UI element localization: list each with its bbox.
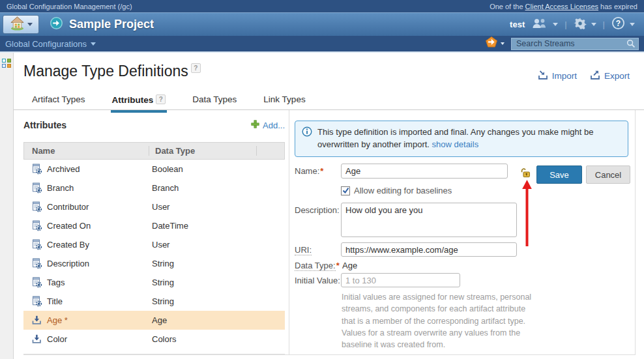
panel-divider xyxy=(289,110,289,355)
global-configurations-menu[interactable]: Global Configurations xyxy=(5,39,96,49)
attribute-row[interactable]: TitleString xyxy=(23,292,285,311)
attribute-icon xyxy=(31,239,42,250)
initial-value-input[interactable] xyxy=(341,273,460,287)
datatype-label-text: Data Type: xyxy=(295,261,336,271)
attribute-datatype: String xyxy=(145,259,174,268)
attribute-row[interactable]: ColorColors xyxy=(23,330,285,349)
attribute-icon xyxy=(31,201,42,212)
baseline-checkbox[interactable] xyxy=(341,186,350,195)
attribute-icon xyxy=(31,220,42,231)
name-input[interactable] xyxy=(341,164,508,179)
app-title: Global Configuration Management (/gc) xyxy=(7,3,132,10)
chevron-down-icon[interactable] xyxy=(501,42,505,45)
attribute-name: Branch xyxy=(42,183,145,193)
attribute-name: Created By xyxy=(42,240,145,250)
chevron-down-icon[interactable] xyxy=(553,23,558,26)
attribute-row[interactable]: ContributorUser xyxy=(23,197,285,216)
main-header-bar: Sample Project test | | ? xyxy=(0,12,644,36)
save-button[interactable]: Save xyxy=(536,165,582,184)
project-header: Sample Project xyxy=(50,16,154,33)
page-content: Manage Type Definitions? Import Expo xyxy=(0,53,644,359)
attributes-table-body: ArchivedBooleanBranchBranchContributorUs… xyxy=(23,160,285,354)
stream-icon[interactable] xyxy=(485,36,498,51)
help-icon[interactable]: ? xyxy=(611,16,625,33)
attribute-name: Description xyxy=(42,259,145,268)
license-suffix: has expired xyxy=(598,3,637,10)
import-button[interactable]: Import xyxy=(538,70,577,82)
attribute-row[interactable]: BranchBranch xyxy=(23,179,285,197)
chevron-down-icon[interactable] xyxy=(591,23,596,26)
attribute-icon xyxy=(31,164,42,175)
attributes-panel: Attributes Add... Name Data Type Archive… xyxy=(23,117,285,354)
home-icon xyxy=(9,15,25,34)
tab-attributes-label: Attributes xyxy=(112,95,154,105)
attribute-row[interactable]: Created ByUser xyxy=(23,235,285,254)
attribute-datatype: DateTime xyxy=(145,221,188,231)
attribute-row[interactable]: Age *Age xyxy=(23,311,285,330)
datatype-value: Age xyxy=(342,261,357,270)
widgets-grid-icon[interactable] xyxy=(2,59,12,68)
settings-gear-icon[interactable] xyxy=(574,17,587,33)
attribute-name: Contributor xyxy=(42,202,145,212)
user-toolbar: test | | ? xyxy=(510,16,644,33)
header-actions: Import Export xyxy=(538,70,630,82)
description-label: Description: xyxy=(295,205,340,215)
baseline-checkbox-label: Allow editing for baselines xyxy=(354,186,452,195)
attribute-icon xyxy=(31,258,42,269)
client-access-licenses-link[interactable]: Client Access Licenses xyxy=(525,3,599,10)
info-banner: This type definition is imported and fin… xyxy=(295,121,628,157)
username: test xyxy=(510,20,525,29)
column-header-name[interactable]: Name xyxy=(24,146,149,156)
datatype-label: Data Type:* xyxy=(295,261,340,270)
add-attribute-button[interactable]: Add... xyxy=(251,120,285,130)
export-button[interactable]: Export xyxy=(590,70,630,82)
chevron-down-icon xyxy=(27,23,33,26)
sub-nav-bar: Global Configurations xyxy=(0,36,644,53)
imported-attribute-icon xyxy=(31,315,42,326)
import-label: Import xyxy=(552,71,577,81)
attribute-row[interactable]: Created OnDateTime xyxy=(23,216,285,235)
name-label-text: Name: xyxy=(295,166,319,176)
users-icon[interactable] xyxy=(531,18,548,32)
attribute-row[interactable]: DescriptionString xyxy=(23,254,285,273)
initial-value-label: Initial Value: xyxy=(295,276,340,285)
chevron-down-icon[interactable] xyxy=(630,23,635,26)
initial-value-help-text: Initial values are assigned for new stre… xyxy=(342,291,532,351)
home-menu-button[interactable] xyxy=(3,15,39,34)
license-prefix: One of the xyxy=(490,3,525,10)
attribute-row[interactable]: TagsString xyxy=(23,273,285,292)
info-banner-text: This type definition is imported and fin… xyxy=(317,126,621,151)
attribute-name: Archived xyxy=(42,164,145,174)
tab-help-icon[interactable]: ? xyxy=(156,94,166,104)
search-streams-input[interactable] xyxy=(511,38,639,50)
attribute-datatype: String xyxy=(145,296,174,306)
collapsed-sidebar[interactable] xyxy=(0,53,14,359)
red-annotation-arrow xyxy=(521,179,533,251)
required-marker: * xyxy=(320,166,323,176)
top-license-bar: Global Configuration Management (/gc) On… xyxy=(0,0,644,12)
attribute-row[interactable]: ArchivedBoolean xyxy=(23,160,285,179)
info-icon xyxy=(302,126,312,151)
add-label: Add... xyxy=(263,121,285,130)
attribute-datatype: User xyxy=(145,240,169,250)
project-icon xyxy=(50,16,63,33)
attribute-name: Tags xyxy=(42,278,145,287)
attribute-name: Title xyxy=(42,296,145,306)
attribute-datatype: Boolean xyxy=(145,164,183,174)
attribute-name: Color xyxy=(42,334,145,344)
show-details-link[interactable]: show details xyxy=(432,139,479,149)
title-help-icon[interactable]: ? xyxy=(191,63,201,73)
page-title: Manage Type Definitions? xyxy=(23,63,201,80)
export-icon xyxy=(590,70,601,82)
svg-text:?: ? xyxy=(616,19,621,28)
name-label: Name:* xyxy=(295,166,323,176)
attribute-datatype: Age xyxy=(145,315,167,325)
description-textarea[interactable]: How old you are you xyxy=(341,203,517,237)
column-header-datatype[interactable]: Data Type xyxy=(149,146,257,156)
search-icon[interactable] xyxy=(626,39,636,51)
uri-input[interactable] xyxy=(341,242,517,257)
panel-right-edge xyxy=(635,110,636,355)
attribute-datatype: Branch xyxy=(145,183,179,193)
cancel-button[interactable]: Cancel xyxy=(586,165,630,184)
project-name: Sample Project xyxy=(69,18,154,31)
